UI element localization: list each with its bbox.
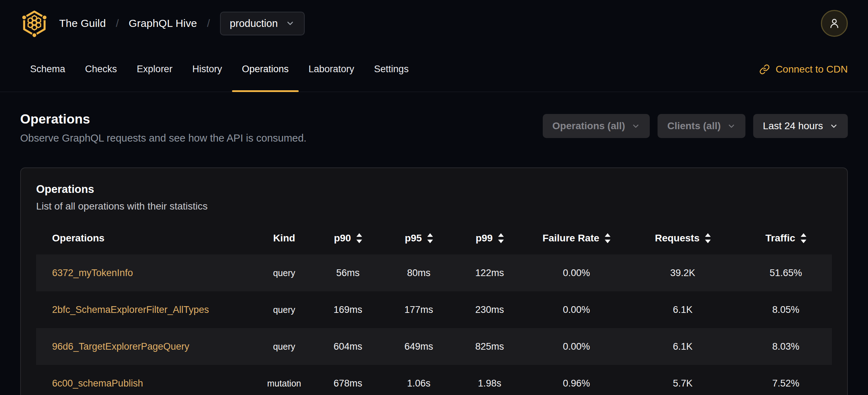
column-header-label: p99 (475, 233, 492, 244)
operations-filter-dropdown[interactable]: Operations (all) (543, 114, 650, 138)
operations-card: Operations List of all operations with t… (20, 167, 848, 395)
target-selector-dropdown[interactable]: production (220, 12, 305, 35)
tab-history[interactable]: History (182, 47, 232, 92)
cell-failure_rate: 0.00% (525, 341, 628, 352)
tab-explorer[interactable]: Explorer (127, 47, 182, 92)
card-title: Operations (36, 183, 832, 196)
period-filter-dropdown[interactable]: Last 24 hours (753, 114, 848, 138)
cell-name: 6c00_schemaPublish (36, 378, 256, 389)
cell-p99: 825ms (454, 341, 525, 352)
cell-p99: 230ms (454, 304, 525, 315)
column-header-label: Failure Rate (542, 233, 599, 244)
operations-filter-label: Operations (all) (552, 120, 625, 132)
cell-p95: 649ms (383, 341, 454, 352)
cell-failure_rate: 0.00% (525, 304, 628, 315)
breadcrumb: The Guild / GraphQL Hive / production (59, 12, 305, 35)
column-header-failure_rate[interactable]: Failure Rate (525, 233, 628, 244)
sort-arrows-icon[interactable] (801, 233, 806, 243)
column-header-traffic[interactable]: Traffic (738, 233, 834, 244)
column-header-label: Kind (273, 233, 295, 244)
column-header-label: Operations (52, 233, 105, 244)
period-filter-label: Last 24 hours (763, 120, 823, 132)
operation-link[interactable]: 6c00_schemaPublish (52, 378, 143, 389)
guild-logo[interactable] (20, 9, 49, 38)
column-header-p90[interactable]: p90 (312, 233, 383, 244)
cell-kind: mutation (256, 378, 312, 389)
main-nav: SchemaChecksExplorerHistoryOperationsLab… (0, 47, 868, 92)
cell-p95: 1.06s (383, 378, 454, 389)
page-header-text: Operations Observe GraphQL requests and … (20, 112, 306, 144)
cell-traffic: 8.05% (738, 304, 834, 315)
link-icon (759, 64, 770, 75)
user-icon (828, 17, 841, 30)
cell-traffic: 51.65% (738, 268, 834, 279)
chevron-down-icon (829, 122, 838, 131)
breadcrumb-project[interactable]: GraphQL Hive (129, 17, 197, 29)
column-header-kind: Kind (256, 233, 312, 244)
cell-requests: 39.2K (628, 268, 738, 279)
tab-settings[interactable]: Settings (364, 47, 419, 92)
column-header-requests[interactable]: Requests (628, 233, 738, 244)
main-content: Operations Observe GraphQL requests and … (0, 112, 868, 395)
sort-arrows-icon[interactable] (498, 233, 504, 243)
cell-p90: 56ms (312, 268, 383, 279)
cell-p90: 169ms (312, 304, 383, 315)
column-header-label: p90 (334, 233, 351, 244)
column-header-label: p95 (405, 233, 422, 244)
card-subtitle: List of all operations with their statis… (36, 201, 832, 212)
operation-link[interactable]: 6372_myTokenInfo (52, 268, 133, 278)
filter-toolbar: Operations (all) Clients (all) Last 24 h… (543, 114, 848, 138)
cell-name: 6372_myTokenInfo (36, 268, 256, 279)
target-selector-value: production (230, 18, 278, 29)
page-header: Operations Observe GraphQL requests and … (20, 112, 848, 144)
cell-p95: 177ms (383, 304, 454, 315)
page-title: Operations (20, 112, 306, 127)
tab-checks[interactable]: Checks (75, 47, 127, 92)
cell-p99: 122ms (454, 268, 525, 279)
cell-requests: 5.7K (628, 378, 738, 389)
cell-name: 96d6_TargetExplorerPageQuery (36, 341, 256, 352)
table-row: 96d6_TargetExplorerPageQueryquery604ms64… (36, 328, 832, 365)
column-header-p99[interactable]: p99 (454, 233, 525, 244)
breadcrumb-org[interactable]: The Guild (59, 17, 106, 29)
chevron-down-icon (727, 122, 736, 131)
table-row: 2bfc_SchemaExplorerFilter_AllTypesquery1… (36, 291, 832, 328)
breadcrumb-separator: / (116, 17, 119, 29)
cell-p90: 678ms (312, 378, 383, 389)
cell-p90: 604ms (312, 341, 383, 352)
sort-arrows-icon[interactable] (356, 233, 362, 243)
cell-kind: query (256, 305, 312, 315)
column-header-label: Traffic (765, 233, 795, 244)
clients-filter-dropdown[interactable]: Clients (all) (658, 114, 745, 138)
table-row: 6372_myTokenInfoquery56ms80ms122ms0.00%3… (36, 254, 832, 291)
sort-arrows-icon[interactable] (427, 233, 433, 243)
header-left: The Guild / GraphQL Hive / production (20, 9, 305, 38)
connect-to-cdn-link[interactable]: Connect to CDN (759, 47, 848, 92)
tab-schema[interactable]: Schema (20, 47, 75, 92)
user-avatar-button[interactable] (821, 10, 848, 37)
tab-operations[interactable]: Operations (232, 47, 299, 92)
cell-traffic: 8.03% (738, 341, 834, 352)
column-header-p95[interactable]: p95 (383, 233, 454, 244)
guild-honeycomb-logo-icon (20, 9, 49, 38)
cell-requests: 6.1K (628, 304, 738, 315)
cell-p95: 80ms (383, 268, 454, 279)
tab-laboratory[interactable]: Laboratory (299, 47, 364, 92)
cell-requests: 6.1K (628, 341, 738, 352)
clients-filter-label: Clients (all) (667, 120, 721, 132)
page-subtitle: Observe GraphQL requests and see how the… (20, 132, 306, 144)
column-header-label: Requests (655, 233, 699, 244)
chevron-down-icon (286, 19, 295, 28)
table-body: 6372_myTokenInfoquery56ms80ms122ms0.00%3… (36, 254, 832, 395)
cell-traffic: 7.52% (738, 378, 834, 389)
sort-arrows-icon[interactable] (605, 233, 610, 243)
sort-arrows-icon[interactable] (705, 233, 711, 243)
operation-link[interactable]: 96d6_TargetExplorerPageQuery (52, 341, 189, 352)
cell-kind: query (256, 342, 312, 352)
breadcrumb-separator: / (207, 17, 210, 29)
table-header-row: OperationsKindp90p95p99Failure RateReque… (36, 222, 832, 254)
cell-name: 2bfc_SchemaExplorerFilter_AllTypes (36, 304, 256, 315)
operation-link[interactable]: 2bfc_SchemaExplorerFilter_AllTypes (52, 304, 209, 315)
chevron-down-icon (631, 122, 640, 131)
connect-to-cdn-label: Connect to CDN (776, 64, 848, 75)
